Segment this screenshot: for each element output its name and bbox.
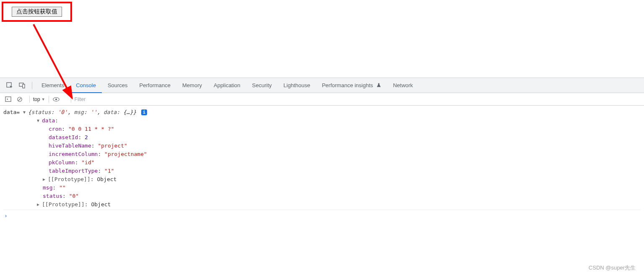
inspect-element-icon[interactable] xyxy=(5,81,14,90)
flask-icon xyxy=(376,82,381,88)
tab-performance-insights[interactable]: Performance insights xyxy=(316,78,387,93)
svg-point-9 xyxy=(55,99,57,100)
separator xyxy=(49,96,49,103)
filter-area xyxy=(67,95,641,104)
filter-input[interactable] xyxy=(75,95,641,104)
log-prefix: data= xyxy=(3,109,23,115)
tab-lighthouse[interactable]: Lighthouse xyxy=(278,78,316,93)
tab-application[interactable]: Application xyxy=(208,78,246,93)
get-value-button[interactable]: 点击按钮获取值 xyxy=(12,7,62,17)
tree-line-hivetablename[interactable]: hiveTableName: "project" xyxy=(49,142,147,150)
chevron-down-icon: ▼ xyxy=(41,97,45,101)
annotation-box: 点击按钮获取值 xyxy=(2,2,72,22)
separator xyxy=(29,96,30,103)
svg-line-7 xyxy=(18,98,21,101)
object-summary: {status: '0', msg: '', data: {…}} xyxy=(28,109,136,115)
expand-toggle-icon[interactable]: ▶ xyxy=(43,175,47,184)
expand-toggle-icon[interactable]: ▼ xyxy=(23,108,27,117)
log-content[interactable]: data= ▼{status: '0', msg: '', data: {…}}… xyxy=(3,108,147,209)
tree-line-prototype-outer[interactable]: ▶[[Prototype]]: Object xyxy=(37,200,147,209)
tab-label: Performance insights xyxy=(322,82,373,88)
tab-memory[interactable]: Memory xyxy=(176,78,208,93)
context-label: top xyxy=(33,96,40,102)
console-toolbar: top ▼ xyxy=(0,93,644,106)
object-tree: ▼data: cron: "0 0 11 * * ?" datasetId: 2… xyxy=(37,117,147,209)
devtools-panel: Elements Console Sources Performance Mem… xyxy=(0,78,644,222)
page-area: 点击按钮获取值 xyxy=(0,0,644,78)
device-toggle-icon[interactable] xyxy=(18,81,27,90)
chevron-right-icon: › xyxy=(4,212,8,220)
clear-console-icon[interactable] xyxy=(15,95,24,104)
live-expression-icon[interactable] xyxy=(52,95,61,104)
tab-performance[interactable]: Performance xyxy=(134,78,176,93)
separator xyxy=(32,82,32,89)
context-selector[interactable]: top ▼ xyxy=(33,96,45,102)
separator xyxy=(71,96,71,103)
tab-network[interactable]: Network xyxy=(387,78,419,93)
tab-security[interactable]: Security xyxy=(246,78,278,93)
console-log-row: data= ▼{status: '0', msg: '', data: {…}}… xyxy=(3,107,641,210)
expand-toggle-icon[interactable]: ▼ xyxy=(37,117,41,125)
tree-line-datasetid[interactable]: datasetId: 2 xyxy=(49,133,147,142)
devtools-tabs-row: Elements Console Sources Performance Mem… xyxy=(0,78,644,93)
info-badge-icon[interactable]: i xyxy=(141,109,147,115)
tab-elements[interactable]: Elements xyxy=(36,78,70,93)
tab-console[interactable]: Console xyxy=(70,78,102,93)
tree-line-prototype[interactable]: ▶[[Prototype]]: Object xyxy=(43,175,147,184)
tree-line-cron[interactable]: cron: "0 0 11 * * ?" xyxy=(49,125,147,133)
tree-line-pkcolumn[interactable]: pkColumn: "id" xyxy=(49,158,147,167)
expand-toggle-icon[interactable]: ▶ xyxy=(37,200,41,209)
tree-line-status[interactable]: status: "0" xyxy=(43,192,147,200)
tab-sources[interactable]: Sources xyxy=(102,78,134,93)
tree-line-tableimporttype[interactable]: tableImportType: "1" xyxy=(49,167,147,175)
svg-rect-4 xyxy=(23,84,25,88)
console-prompt-row[interactable]: › xyxy=(3,210,641,222)
tree-line-msg[interactable]: msg: "" xyxy=(43,184,147,192)
tree-line-incrementcolumn[interactable]: incrementColumn: "projectname" xyxy=(49,150,147,158)
tree-line-data[interactable]: ▼data: xyxy=(37,117,147,125)
console-body: data= ▼{status: '0', msg: '', data: {…}}… xyxy=(0,106,644,222)
sidebar-toggle-icon[interactable] xyxy=(3,95,13,104)
watermark: CSDN @super先生 xyxy=(589,264,636,272)
